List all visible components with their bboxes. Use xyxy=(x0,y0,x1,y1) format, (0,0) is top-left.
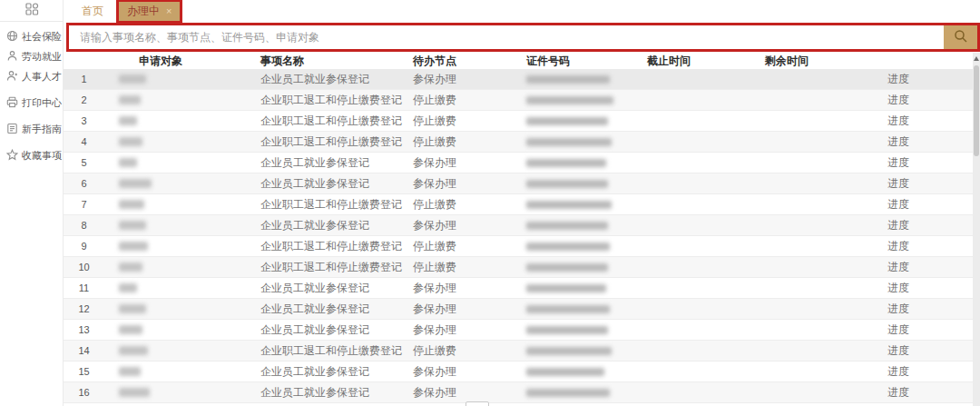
sidebar-item-label: 新手指南 xyxy=(22,123,62,136)
progress-link[interactable]: 进度 xyxy=(887,197,909,213)
progress-link[interactable]: 进度 xyxy=(887,385,909,401)
progress-link[interactable]: 进度 xyxy=(887,72,909,87)
table-row[interactable]: 15 企业员工就业参保登记 参保办理 进度 xyxy=(64,361,973,382)
cell-applicant-masked xyxy=(104,153,254,173)
sidebar-item-label: 收藏事项 xyxy=(22,149,62,163)
cell-deadline xyxy=(644,132,762,152)
table-row[interactable]: 4 企业职工退工和停止缴费登记 停止缴费 进度 xyxy=(64,132,973,153)
progress-link[interactable]: 进度 xyxy=(887,343,909,359)
sidebar-item-guide[interactable]: 新手指南 xyxy=(0,119,63,139)
cell-time-remaining xyxy=(762,132,862,152)
cell-row-number: 3 xyxy=(64,111,104,131)
progress-link[interactable]: 进度 xyxy=(887,93,909,108)
sidebar-nav: 社会保险 劳动就业 人事人才 打印中心 新手指南 收藏事项 xyxy=(0,22,63,165)
sidebar-item-star[interactable]: 收藏事项 xyxy=(0,145,63,165)
apps-menu-button[interactable] xyxy=(0,0,63,22)
cell-item-name: 企业员工就业参保登记 xyxy=(254,278,408,298)
scrollbar-up-arrow-icon[interactable] xyxy=(974,56,979,61)
cell-row-number: 10 xyxy=(64,257,104,277)
progress-link[interactable]: 进度 xyxy=(887,260,909,275)
cell-item-name: 企业职工退工和停止缴费登记 xyxy=(254,132,408,152)
table-row[interactable]: 10 企业职工退工和停止缴费登记 停止缴费 进度 xyxy=(64,257,973,278)
table-row[interactable]: 6 企业员工就业参保登记 参保办理 进度 xyxy=(64,173,973,194)
cell-deadline xyxy=(644,69,762,89)
cell-item-name: 企业员工就业参保登记 xyxy=(254,361,408,381)
col-header-rownum xyxy=(64,53,104,69)
progress-link[interactable]: 进度 xyxy=(887,155,909,171)
col-header-time-remaining: 剩余时间 xyxy=(762,53,862,69)
sidebar-item-globe[interactable]: 社会保险 xyxy=(0,26,63,46)
cell-pending-node: 参保办理 xyxy=(408,361,522,381)
tab-home[interactable]: 首页 xyxy=(82,4,103,19)
sidebar-item-person[interactable]: 人事人才 xyxy=(0,66,63,86)
search-button[interactable] xyxy=(944,25,977,49)
printer-icon xyxy=(6,96,18,110)
table-row[interactable]: 7 企业职工退工和停止缴费登记 停止缴费 进度 xyxy=(64,194,973,215)
cell-id-number-masked xyxy=(522,173,644,193)
progress-link[interactable]: 进度 xyxy=(887,134,909,150)
table-row[interactable]: 11 企业员工就业参保登记 参保办理 进度 xyxy=(64,278,973,299)
tab-in-progress-active-annotated[interactable]: 办理中 × xyxy=(116,0,182,24)
cell-time-remaining xyxy=(762,173,862,193)
cell-id-number-masked xyxy=(522,215,644,235)
cell-item-name: 企业员工就业参保登记 xyxy=(254,382,408,402)
cell-pending-node: 参保办理 xyxy=(408,382,522,402)
table-row[interactable]: 16 企业员工就业参保登记 参保办理 进度 xyxy=(64,382,973,403)
table-row[interactable]: 2 企业职工退工和停止缴费登记 停止缴费 进度 xyxy=(64,90,973,111)
cell-id-number-masked xyxy=(522,153,644,173)
app-window: 社会保险 劳动就业 人事人才 打印中心 新手指南 收藏事项 首页 xyxy=(0,0,980,406)
table-row[interactable]: 13 企业员工就业参保登记 参保办理 进度 xyxy=(64,320,973,341)
progress-link[interactable]: 进度 xyxy=(887,322,909,338)
progress-link[interactable]: 进度 xyxy=(887,239,909,254)
cell-deadline xyxy=(644,194,762,214)
col-header-deadline: 截止时间 xyxy=(644,53,762,69)
cell-pending-node: 参保办理 xyxy=(408,153,522,173)
cell-time-remaining xyxy=(762,153,862,173)
cell-row-number: 5 xyxy=(64,153,104,173)
table-row[interactable]: 3 企业职工退工和停止缴费登记 停止缴费 进度 xyxy=(64,111,973,132)
table-row[interactable]: 1 企业员工就业参保登记 参保办理 进度 xyxy=(64,69,973,90)
progress-link[interactable]: 进度 xyxy=(887,281,909,296)
cell-id-number-masked xyxy=(522,111,644,131)
cell-item-name: 企业员工就业参保登记 xyxy=(254,320,408,340)
cell-item-name: 企业员工就业参保登记 xyxy=(254,215,408,235)
cell-item-name: 企业员工就业参保登记 xyxy=(254,173,408,193)
table-row[interactable]: 8 企业员工就业参保登记 参保办理 进度 xyxy=(64,215,973,236)
cell-pending-node: 停止缴费 xyxy=(408,341,522,361)
pagination-button-partial[interactable] xyxy=(466,401,489,406)
cell-pending-node: 参保办理 xyxy=(408,173,522,193)
progress-link[interactable]: 进度 xyxy=(887,176,909,192)
sidebar-item-worker[interactable]: 劳动就业 xyxy=(0,46,63,66)
tab-close-icon[interactable]: × xyxy=(166,5,172,16)
cell-pending-node: 参保办理 xyxy=(408,278,522,298)
cell-row-number: 8 xyxy=(64,215,104,235)
col-header-pending-node: 待办节点 xyxy=(408,53,522,69)
cell-time-remaining xyxy=(762,90,862,110)
scrollbar-thumb[interactable] xyxy=(974,65,979,156)
cell-deadline xyxy=(644,278,762,298)
cell-pending-node: 停止缴费 xyxy=(408,194,522,214)
sidebar-item-printer[interactable]: 打印中心 xyxy=(0,93,63,113)
cell-time-remaining xyxy=(762,299,862,319)
cell-id-number-masked xyxy=(522,341,644,361)
vertical-scrollbar[interactable] xyxy=(973,53,980,406)
cell-row-number: 4 xyxy=(64,132,104,152)
cell-pending-node: 停止缴费 xyxy=(408,236,522,256)
table-row[interactable]: 5 企业员工就业参保登记 参保办理 进度 xyxy=(64,153,973,173)
cell-item-name: 企业职工退工和停止缴费登记 xyxy=(254,111,408,131)
progress-link[interactable]: 进度 xyxy=(887,302,909,317)
cell-time-remaining xyxy=(762,341,862,361)
table-row[interactable]: 9 企业职工退工和停止缴费登记 停止缴费 进度 xyxy=(64,236,973,257)
progress-link[interactable]: 进度 xyxy=(887,218,909,233)
search-input[interactable] xyxy=(69,25,944,49)
cell-applicant-masked xyxy=(104,341,254,361)
progress-link[interactable]: 进度 xyxy=(887,114,909,129)
cell-applicant-masked xyxy=(104,257,254,277)
cell-deadline xyxy=(644,257,762,277)
table-row[interactable]: 12 企业员工就业参保登记 参保办理 进度 xyxy=(64,299,973,320)
progress-link[interactable]: 进度 xyxy=(887,364,909,380)
tab-in-progress-label: 办理中 xyxy=(127,4,160,19)
table-row[interactable]: 14 企业职工退工和停止缴费登记 停止缴费 进度 xyxy=(64,341,973,361)
sidebar: 社会保险 劳动就业 人事人才 打印中心 新手指南 收藏事项 xyxy=(0,0,64,406)
cell-item-name: 企业职工退工和停止缴费登记 xyxy=(254,257,408,277)
